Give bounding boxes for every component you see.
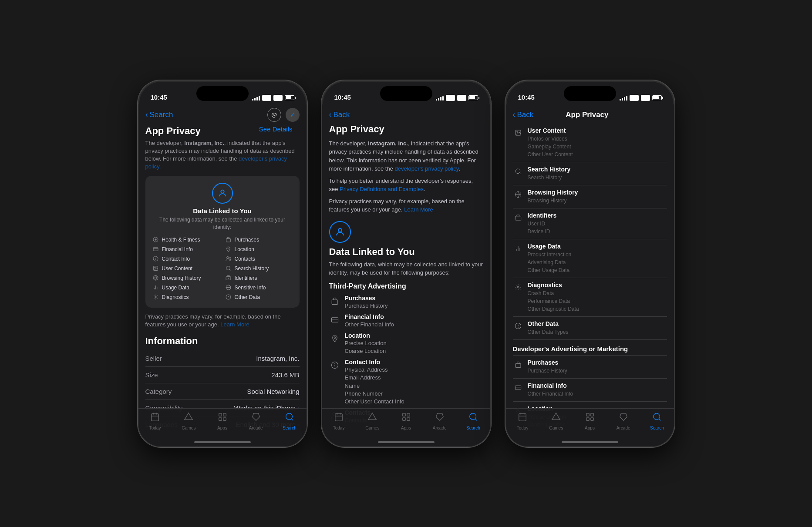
- learn-more-2[interactable]: Learn More: [404, 206, 433, 213]
- svg-line-90: [659, 419, 660, 420]
- apps-icon-3: [585, 412, 595, 424]
- list-item: Financial Info: [152, 246, 220, 253]
- browsing-icon: [152, 275, 159, 282]
- privacy-policy-link-2[interactable]: developer's privacy policy: [395, 165, 459, 172]
- today-icon-3: [518, 412, 527, 424]
- svg-rect-81: [519, 413, 526, 421]
- user-content-icon-3: [513, 128, 523, 138]
- learn-more-1[interactable]: Learn More: [220, 321, 249, 328]
- tab-apps-3[interactable]: Apps: [573, 412, 606, 430]
- scroll-content-3[interactable]: User Content Photos or VideosGameplay Co…: [506, 124, 674, 427]
- battery-icon-2: [468, 95, 478, 100]
- list-item: Other Data Other Data Types: [513, 317, 667, 340]
- dynamic-island-1: [196, 86, 249, 101]
- info-row-seller: Seller Instagram, Inc.: [145, 350, 300, 367]
- home-indicator-1: [194, 441, 251, 443]
- list-item: Health & Fitness: [152, 236, 220, 243]
- tab-arcade-label-3: Arcade: [617, 426, 630, 430]
- tab-games-label-3: Games: [549, 426, 563, 430]
- chevron-left-icon-3: ‹: [513, 110, 516, 119]
- svg-rect-32: [219, 413, 221, 416]
- threads-icon-1[interactable]: @: [267, 108, 281, 122]
- tab-arcade-3[interactable]: Arcade: [606, 412, 640, 430]
- definitions-link-2[interactable]: Privacy Definitions and Examples: [340, 186, 424, 192]
- list-item: Location: [225, 246, 293, 253]
- privacy-policy-link-1[interactable]: developer's privacy policy: [145, 155, 287, 170]
- search-icon-tab-1: [285, 412, 294, 424]
- info-row-category: Category Social Networking: [145, 383, 300, 400]
- tab-apps-2[interactable]: Apps: [389, 412, 423, 430]
- diagnostics-icon-3: [513, 282, 523, 292]
- screen-2: ‹ Back App Privacy The developer, Instag…: [322, 104, 490, 446]
- svg-rect-66: [515, 216, 521, 220]
- svg-point-89: [654, 413, 660, 420]
- third-party-heading-2: Third-Party Advertising: [329, 282, 483, 290]
- 5g2-badge-1: 5G: [273, 95, 283, 101]
- tab-arcade-1[interactable]: Arcade: [239, 412, 273, 430]
- games-icon-3: [551, 412, 561, 424]
- svg-rect-54: [402, 413, 405, 416]
- tab-games-3[interactable]: Games: [539, 412, 573, 430]
- sensitive-info-icon: [225, 284, 232, 291]
- list-item: Identifiers: [225, 275, 293, 282]
- svg-point-42: [334, 337, 336, 339]
- svg-rect-33: [223, 413, 226, 416]
- list-item: Browsing History: [152, 275, 220, 282]
- financial-info-icon-3: [513, 383, 523, 393]
- tab-apps-label-3: Apps: [585, 426, 595, 430]
- list-item: Contact Info Physical AddressEmail Addre…: [329, 359, 483, 406]
- tab-apps-1[interactable]: Apps: [206, 412, 239, 430]
- list-item: Diagnostics: [152, 294, 220, 301]
- tab-today-2[interactable]: Today: [322, 412, 356, 430]
- contacts-icon: [225, 255, 232, 262]
- tab-today-1[interactable]: Today: [138, 412, 172, 430]
- chevron-left-icon-2: ‹: [329, 110, 332, 119]
- list-item: User Content: [152, 265, 220, 272]
- phone-1: 10:45 5G 5G ‹ Search @ ✓ App Priv: [138, 80, 307, 447]
- info-title-1: Information: [145, 336, 300, 347]
- status-icons-3: 5G 5G: [620, 95, 661, 101]
- svg-point-73: [518, 327, 518, 327]
- scroll-content-2[interactable]: App Privacy The developer, Instagram, In…: [322, 124, 490, 427]
- tab-apps-label-1: Apps: [217, 426, 227, 430]
- tab-search-1[interactable]: Search: [273, 412, 306, 430]
- nav-actions-1: @ ✓: [267, 108, 300, 122]
- back-button-1[interactable]: ‹ Search: [145, 110, 173, 119]
- tab-search-2[interactable]: Search: [456, 412, 490, 430]
- tab-today-label-2: Today: [333, 426, 345, 430]
- signal-bars-1: [252, 95, 260, 101]
- browsing-hist-icon-3: [513, 189, 523, 200]
- svg-point-70: [517, 286, 519, 288]
- svg-point-5: [228, 248, 229, 249]
- tab-arcade-2[interactable]: Arcade: [423, 412, 456, 430]
- 5g2-badge-3: 5G: [641, 95, 650, 101]
- health-icon: [152, 236, 159, 243]
- tab-search-3[interactable]: Search: [640, 412, 674, 430]
- svg-rect-55: [407, 413, 409, 416]
- see-details-link-1[interactable]: See Details: [259, 125, 293, 133]
- svg-line-59: [475, 419, 477, 420]
- tab-games-1[interactable]: Games: [172, 412, 206, 430]
- person-icon-2: [329, 221, 351, 243]
- arcade-icon-2: [435, 412, 445, 424]
- scroll-content-1[interactable]: App Privacy See Details The developer, I…: [138, 124, 307, 427]
- tab-search-label-2: Search: [466, 426, 480, 430]
- back-button-2[interactable]: ‹ Back: [329, 110, 350, 119]
- checkmark-btn-1[interactable]: ✓: [286, 108, 300, 122]
- list-item: Purchases Purchase History: [329, 295, 483, 310]
- list-item: Identifiers User IDDevice ID: [513, 208, 667, 239]
- svg-point-12: [155, 267, 155, 268]
- tab-today-3[interactable]: Today: [506, 412, 539, 430]
- back-button-3[interactable]: ‹ Back: [513, 110, 534, 119]
- person-icon-1: [212, 183, 233, 204]
- tab-games-2[interactable]: Games: [356, 412, 389, 430]
- financial-icon-2: [329, 314, 340, 326]
- svg-line-37: [291, 419, 293, 420]
- status-time-2: 10:45: [334, 94, 351, 101]
- arcade-icon-3: [619, 412, 628, 424]
- nav-bar-1: ‹ Search @ ✓: [138, 104, 307, 124]
- usage-data-icon-3: [513, 243, 523, 254]
- contact-info-icon-2: [329, 359, 340, 371]
- diagnostics-icon: [152, 294, 159, 301]
- list-item: Purchases Purchase History: [513, 356, 667, 379]
